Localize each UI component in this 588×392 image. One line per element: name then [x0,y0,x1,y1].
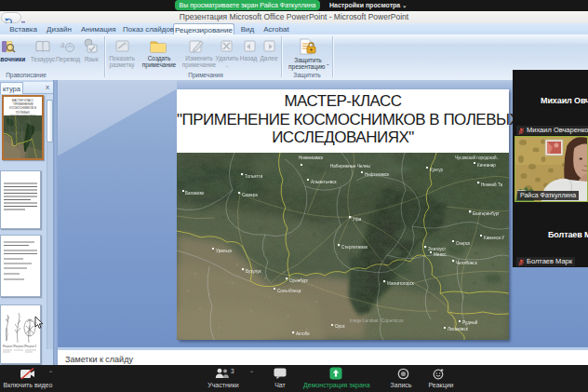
svg-text:Миасс: Миасс [434,252,447,257]
svg-text:Стерлитамак: Стерлитамак [341,245,368,250]
svg-text:Озерск: Озерск [456,241,471,246]
svg-text:Чусовской городской..: Чусовской городской.. [455,155,499,160]
svg-text:Оренбург: Оренбург [289,278,309,283]
svg-text:Орск: Орск [335,324,345,329]
svg-text:Каменск-У: Каменск-У [484,236,504,240]
svg-text:Магнитогорск: Магнитогорск [387,281,415,286]
svg-text:a: a [60,39,65,49]
svg-text:Лисаковск: Лисаковск [448,327,469,331]
svg-text:Нижнекамск: Нижнекамск [299,155,324,160]
svg-text:Рисунок 2: Рисунок 2 [14,345,26,348]
svg-text:Рисунок 3: Рисунок 3 [25,345,37,348]
svg-text:Кунгур: Кунгур [430,168,443,172]
svg-text:Нефтекамск: Нефтекамск [365,172,390,177]
svg-text:Челябинск: Челябинск [456,261,478,265]
svg-text:Златоуст: Златоуст [428,247,447,251]
svg-text:Уфа: Уфа [353,217,362,222]
svg-text:Нижний Та: Нижний Та [481,182,503,187]
svg-text:Бузулук: Бузулук [246,269,261,274]
svg-text:Уральск: Уральск [216,249,233,253]
svg-text:Image Landsat / Copernicus: Image Landsat / Copernicus [350,318,404,323]
svg-text:Екатеринбург: Екатеринбург [473,211,500,216]
svg-text:Соль-Илецк: Соль-Илецк [277,289,302,293]
svg-text:Актобе: Актобе [296,331,310,336]
svg-text:Альметьевск: Альметьевск [311,180,337,184]
svg-text:Балаково: Балаково [185,191,205,196]
svg-text:Качканар: Качканар [477,163,496,168]
svg-text:Набережные Челны: Набережные Челны [330,164,370,169]
svg-text:Рисунок 1: Рисунок 1 [3,345,15,348]
svg-text:Тольятти: Тольятти [245,174,263,179]
svg-text:Самара: Самара [242,193,258,197]
svg-text:Рудный: Рудный [462,319,478,325]
